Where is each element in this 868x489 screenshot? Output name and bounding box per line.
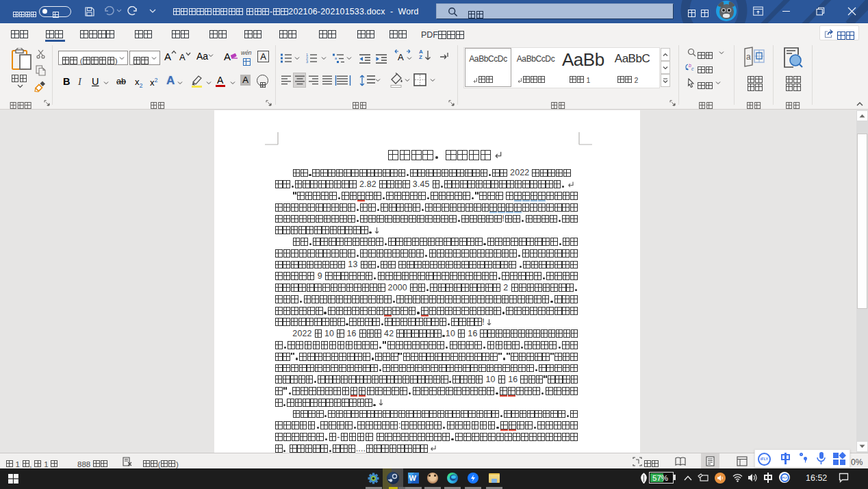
svg-text:a: a: [746, 52, 751, 62]
svg-text:a: a: [335, 56, 337, 60]
svg-text:c: c: [691, 66, 694, 71]
svg-text:3: 3: [306, 60, 308, 64]
